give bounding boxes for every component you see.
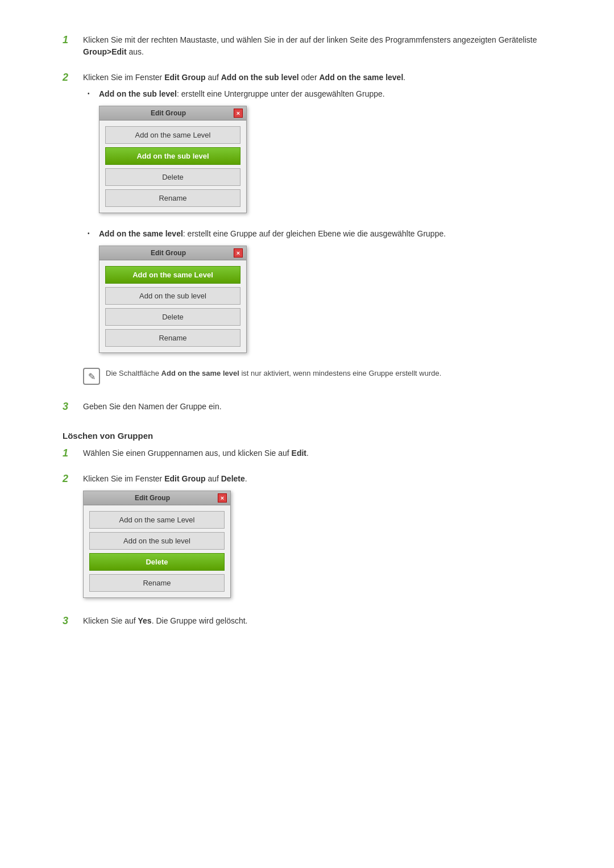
sub-content-2: Add on the same level: erstellt eine Gru… xyxy=(99,228,551,361)
btn-add-same-level-3[interactable]: Add on the same Level xyxy=(89,511,225,529)
bold-group-edit: Group>Edit xyxy=(83,47,127,56)
dialog-close-3[interactable]: × xyxy=(218,493,227,502)
step-1-content: Klicken Sie mit der rechten Maustaste, u… xyxy=(83,34,551,63)
step-2-1-content: Wählen Sie einen Gruppennamen aus, und k… xyxy=(83,447,551,464)
dialog-title-2: Edit Group xyxy=(103,249,234,257)
sub-item-sub-level: • Add on the sub level: erstellt eine Un… xyxy=(88,88,551,221)
bullet-1: • xyxy=(88,88,99,97)
step-number-2-2: 2 xyxy=(63,473,83,485)
step-2-3-content: Klicken Sie auf Yes. Die Gruppe wird gel… xyxy=(83,615,551,632)
dialog-wrapper-2: Edit Group × Add on the same Level Add o… xyxy=(99,246,551,353)
bold-edit: Edit xyxy=(292,448,306,458)
step-list-1: 1 Klicken Sie mit der rechten Maustaste,… xyxy=(63,34,551,417)
step-number-1: 1 xyxy=(63,34,83,46)
dialog-wrapper-3: Edit Group × Add on the same Level Add o… xyxy=(83,491,551,598)
btn-rename-3[interactable]: Rename xyxy=(89,574,225,592)
bullet-2: • xyxy=(88,228,99,236)
step-2-2-text: Klicken Sie im Fenster Edit Group auf De… xyxy=(83,473,551,485)
page-content: 1 Klicken Sie mit der rechten Maustaste,… xyxy=(63,34,551,632)
dialog-body-2: Add on the same Level Add on the sub lev… xyxy=(99,260,246,352)
step-3-text: Geben Sie den Namen der Gruppe ein. xyxy=(83,401,551,413)
dialog-titlebar-3: Edit Group × xyxy=(84,491,230,505)
step-number-2-1: 1 xyxy=(63,447,83,459)
dialog-body-1: Add on the same Level Add on the sub lev… xyxy=(99,121,246,213)
sub-list-step2: • Add on the sub level: erstellt eine Un… xyxy=(88,88,551,361)
note-text: Die Schaltfläche Add on the same level i… xyxy=(106,368,441,379)
bold-edit-group-1: Edit Group xyxy=(164,73,205,82)
step-2: 2 Klicken Sie im Fenster Edit Group auf … xyxy=(63,72,551,392)
btn-rename-1[interactable]: Rename xyxy=(105,189,240,207)
dialog-title-3: Edit Group xyxy=(87,494,218,502)
bold-edit-group-2: Edit Group xyxy=(164,474,205,483)
bold-delete: Delete xyxy=(221,474,245,483)
step-2-content: Klicken Sie im Fenster Edit Group auf Ad… xyxy=(83,72,551,392)
btn-rename-2[interactable]: Rename xyxy=(105,329,240,347)
section-2-heading: Löschen von Gruppen xyxy=(63,431,551,441)
bold-add-sub: Add on the sub level xyxy=(221,73,299,82)
step-1-text: Klicken Sie mit der rechten Maustaste, u… xyxy=(83,34,551,58)
bold-yes: Yes xyxy=(138,616,152,625)
btn-add-same-level-1[interactable]: Add on the same Level xyxy=(105,126,240,144)
step-number-2: 2 xyxy=(63,72,83,84)
note-box-1: ✎ Die Schaltfläche Add on the same level… xyxy=(83,368,551,385)
btn-add-sub-level-3[interactable]: Add on the sub level xyxy=(89,532,225,550)
dialog-title-1: Edit Group xyxy=(103,109,234,117)
step-number-2-3: 3 xyxy=(63,615,83,627)
note-icon: ✎ xyxy=(83,368,100,385)
dialog-titlebar-1: Edit Group × xyxy=(99,106,246,121)
step-2-2: 2 Klicken Sie im Fenster Edit Group auf … xyxy=(63,473,551,606)
dialog-wrapper-1: Edit Group × Add on the same Level Add o… xyxy=(99,106,551,213)
btn-add-sub-level-1[interactable]: Add on the sub level xyxy=(105,147,240,165)
step-3: 3 Geben Sie den Namen der Gruppe ein. xyxy=(63,401,551,417)
bold-note-same-level: Add on the same level xyxy=(161,369,239,377)
sub-text-2: Add on the same level: erstellt eine Gru… xyxy=(99,228,551,240)
sub-item-same-level: • Add on the same level: erstellt eine G… xyxy=(88,228,551,361)
step-2-1-text: Wählen Sie einen Gruppennamen aus, und k… xyxy=(83,447,551,459)
step-number-3: 3 xyxy=(63,401,83,413)
step-2-3: 3 Klicken Sie auf Yes. Die Gruppe wird g… xyxy=(63,615,551,632)
btn-delete-2[interactable]: Delete xyxy=(105,308,240,326)
step-2-text: Klicken Sie im Fenster Edit Group auf Ad… xyxy=(83,72,551,84)
bold-add-same: Add on the same level xyxy=(319,73,403,82)
bold-sub-level-label: Add on the sub level xyxy=(99,89,177,98)
dialog-titlebar-2: Edit Group × xyxy=(99,246,246,260)
step-1: 1 Klicken Sie mit der rechten Maustaste,… xyxy=(63,34,551,63)
bold-same-level-label: Add on the same level xyxy=(99,229,183,238)
dialog-close-2[interactable]: × xyxy=(234,248,243,258)
sub-text-1: Add on the sub level: erstellt eine Unte… xyxy=(99,88,551,100)
dialog-close-1[interactable]: × xyxy=(234,109,243,118)
dialog-box-3: Edit Group × Add on the same Level Add o… xyxy=(83,491,231,598)
step-2-2-content: Klicken Sie im Fenster Edit Group auf De… xyxy=(83,473,551,606)
btn-delete-3[interactable]: Delete xyxy=(89,553,225,571)
btn-add-same-level-2[interactable]: Add on the same Level xyxy=(105,266,240,284)
dialog-box-2: Edit Group × Add on the same Level Add o… xyxy=(99,246,247,353)
step-2-1: 1 Wählen Sie einen Gruppennamen aus, und… xyxy=(63,447,551,464)
dialog-body-3: Add on the same Level Add on the sub lev… xyxy=(84,505,230,597)
step-2-3-text: Klicken Sie auf Yes. Die Gruppe wird gel… xyxy=(83,615,551,627)
btn-add-sub-level-2[interactable]: Add on the sub level xyxy=(105,287,240,305)
step-list-2: 1 Wählen Sie einen Gruppennamen aus, und… xyxy=(63,447,551,632)
dialog-box-1: Edit Group × Add on the same Level Add o… xyxy=(99,106,247,213)
btn-delete-1[interactable]: Delete xyxy=(105,168,240,186)
step-3-content: Geben Sie den Namen der Gruppe ein. xyxy=(83,401,551,417)
sub-content-1: Add on the sub level: erstellt eine Unte… xyxy=(99,88,551,221)
